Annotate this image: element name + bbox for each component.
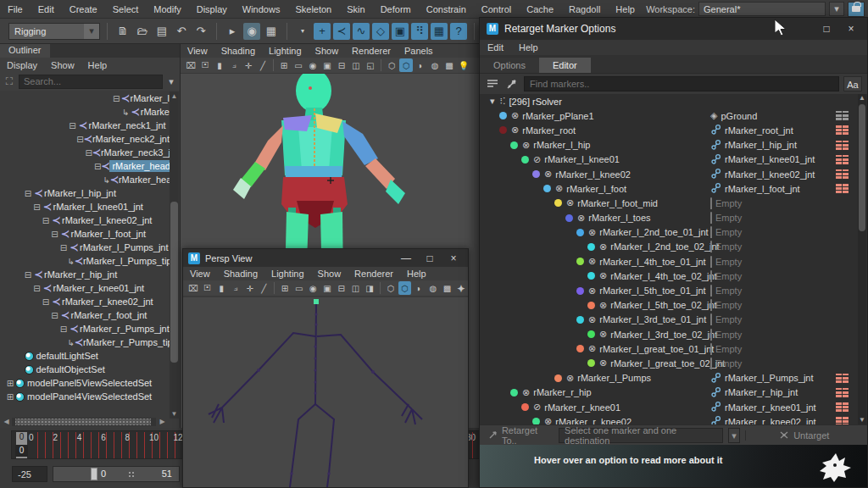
- outliner-tab[interactable]: Outliner: [0, 44, 50, 58]
- outliner-item[interactable]: ⊟≺rMarker_l_foot_jnt: [0, 227, 170, 241]
- outliner-item[interactable]: ⊟≺rMarker_head_jnt: [0, 159, 170, 173]
- expand-toggle-icon[interactable]: ⊟: [112, 94, 120, 103]
- range-start-field[interactable]: -25: [12, 466, 47, 482]
- outliner-vertical-scrollbar[interactable]: [170, 92, 179, 419]
- outliner-item[interactable]: ⊟≺rMarker_r_knee02_jnt: [0, 295, 170, 308]
- outliner-item[interactable]: ↳≺rMarker_r_Pumps_tip: [0, 336, 170, 349]
- outliner-menu-show[interactable]: Show: [44, 60, 81, 70]
- pencil-icon[interactable]: ╱: [257, 281, 270, 295]
- outliner-item[interactable]: ⊟≺rMarker_neck1_jnt: [0, 119, 170, 132]
- open-scene-icon[interactable]: 🗁: [134, 23, 151, 40]
- outliner-item[interactable]: defaultLightSet: [0, 349, 170, 363]
- expand-toggle-icon[interactable]: ⊟: [41, 216, 51, 225]
- camera-attrs-icon[interactable]: 🞔: [198, 58, 212, 72]
- expand-toggle-icon[interactable]: ⊟: [23, 270, 33, 280]
- textured-icon[interactable]: ◗: [414, 58, 427, 72]
- 2d-pan-icon[interactable]: ✛: [242, 58, 255, 72]
- persp-view-window[interactable]: M Persp View — □ × ViewShadingLightingSh…: [182, 248, 469, 488]
- expand-toggle-icon[interactable]: ⊟: [58, 324, 69, 334]
- marker-row[interactable]: ▾⁝⁚ [296] rSolver: [480, 94, 867, 108]
- expand-toggle-icon[interactable]: ⊟: [23, 189, 33, 198]
- menu-skeleton[interactable]: Skeleton: [287, 4, 339, 14]
- grid-toggle-icon[interactable]: ⊞: [277, 58, 291, 72]
- persp-menu-renderer[interactable]: Renderer: [348, 269, 400, 279]
- workspace-lock-button[interactable]: [848, 2, 865, 17]
- marker-row[interactable]: ⊗ rMarker_l_4th_toe_02_jnt Empty: [480, 269, 867, 283]
- camera-attrs-icon[interactable]: 🞔: [201, 281, 214, 295]
- tree-branch-arrow[interactable]: ↳: [68, 338, 75, 347]
- bookmark-icon[interactable]: ▮: [214, 281, 228, 295]
- scale-tool-icon[interactable]: ◇: [372, 23, 389, 40]
- combo-dropdown-arrow[interactable]: ▾: [728, 428, 741, 443]
- outliner-item[interactable]: ⊟≺rMarker_r_foot_jnt: [0, 308, 170, 322]
- outliner-search-input[interactable]: [19, 75, 163, 89]
- marker-row[interactable]: ⊗ rMarker_l_hip rMarker_l_hip_jnt: [480, 138, 867, 152]
- viewport-menu-panels[interactable]: Panels: [398, 46, 440, 56]
- marker-row[interactable]: ⊗ rMarker_l_foot rMarker_l_foot_jnt: [480, 181, 867, 196]
- expand-toggle-icon[interactable]: ⊟: [32, 202, 42, 212]
- ao-icon[interactable]: 💡: [457, 58, 470, 72]
- range-handle[interactable]: [91, 468, 97, 480]
- outliner-item[interactable]: ⊟≺rMarker_neck3_jnt: [0, 146, 170, 159]
- dialog-scroll-down-icon[interactable]: ▼: [858, 416, 866, 424]
- attribute-grid-icon[interactable]: [836, 169, 849, 179]
- expand-toggle-icon[interactable]: ⊟: [58, 243, 69, 252]
- outliner-item[interactable]: ⊟≺rMarker_l_knee02_jnt: [0, 214, 170, 227]
- viewport-menu-shading[interactable]: Shading: [214, 46, 262, 56]
- attribute-grid-icon[interactable]: [836, 374, 849, 383]
- safe-title-icon[interactable]: ◨: [363, 281, 376, 295]
- film-gate-icon[interactable]: ▭: [292, 281, 306, 295]
- expand-toggle-icon[interactable]: ⊟: [50, 311, 60, 320]
- outliner-scroll-down-icon[interactable]: ▼: [170, 409, 179, 419]
- dialog-title-bar[interactable]: M Retarget Marker Options □ ×: [480, 18, 867, 40]
- menu-deform[interactable]: Deform: [373, 4, 419, 14]
- dialog-tab-editor[interactable]: Editor: [539, 58, 591, 73]
- dialog-maximize-button[interactable]: □: [817, 23, 836, 35]
- marker-row[interactable]: ⊗ rMarker_l_5th_toe_02_jnt Empty: [480, 298, 867, 313]
- match-case-button[interactable]: Aa: [843, 76, 862, 92]
- tool-options-arrow-icon[interactable]: ▾: [294, 23, 311, 40]
- workspace-dropdown-arrow[interactable]: ▾: [829, 2, 844, 16]
- undo-icon[interactable]: ↶: [173, 23, 190, 40]
- outliner-menu-display[interactable]: Display: [0, 60, 44, 70]
- menu-file[interactable]: File: [0, 4, 31, 14]
- menu-windows[interactable]: Windows: [235, 4, 288, 14]
- destination-combo[interactable]: Select one marker and one destination: [559, 428, 723, 443]
- marker-row[interactable]: ⊗ rMarker_l_2nd_toe_02_jnt Empty: [480, 240, 867, 254]
- help-tool-icon[interactable]: ?: [450, 23, 467, 40]
- redo-icon[interactable]: ↷: [192, 23, 209, 40]
- menu-control[interactable]: Control: [474, 4, 519, 14]
- resolution-gate-icon[interactable]: ◉: [306, 58, 320, 72]
- outliner-menu-help[interactable]: Help: [81, 60, 114, 70]
- gate-mask-icon[interactable]: ▣: [320, 281, 334, 295]
- persp-title-bar[interactable]: M Persp View — □ ×: [183, 249, 468, 267]
- expand-toggle-icon[interactable]: ⊟: [76, 135, 84, 144]
- menu-select[interactable]: Select: [105, 4, 147, 14]
- persp-close-button[interactable]: ×: [444, 252, 463, 264]
- expand-toggle-icon[interactable]: ⊟: [50, 230, 60, 239]
- outliner-search-dropdown-icon[interactable]: ▾: [165, 76, 177, 87]
- outliner-item[interactable]: ⊟≺rMarker_neck2_jnt: [0, 132, 170, 146]
- menu-help[interactable]: Help: [608, 4, 643, 14]
- outliner-scroll-right-icon[interactable]: ▶: [158, 418, 167, 426]
- persp-menu-show[interactable]: Show: [311, 269, 348, 279]
- outliner-item[interactable]: ⊞modelPanel4ViewSelectedSet: [0, 390, 170, 403]
- menu-display[interactable]: Display: [189, 4, 235, 14]
- marker-row[interactable]: ⊗ rMarker_l_3rd_toe_01_jnt Empty: [480, 313, 867, 327]
- marker-row[interactable]: ⊗ rMarker_l_5th_toe_01_jnt Empty: [480, 283, 867, 297]
- marker-row[interactable]: ⊗ rMarker_r_knee02 rMarker_r_knee02_jnt: [480, 414, 867, 424]
- outliner-item[interactable]: ↳≺rMarker_l_Pumps_tip: [0, 254, 170, 268]
- marker-row[interactable]: ⊘ rMarker_l_knee01 rMarker_l_knee01_jnt: [480, 152, 867, 167]
- current-time-field[interactable]: 0: [15, 445, 28, 457]
- use-all-lights-icon[interactable]: ◍: [428, 58, 442, 72]
- hierarchy-select-icon[interactable]: [504, 76, 520, 92]
- save-scene-icon[interactable]: ▤: [153, 23, 170, 40]
- camera-icon[interactable]: ⌧: [184, 58, 198, 72]
- attribute-grid-icon[interactable]: [836, 141, 849, 150]
- outliner-horizontal-scrollbar[interactable]: [12, 418, 156, 426]
- marker-row[interactable]: ⊗ rMarker_l_toes Empty: [480, 211, 867, 225]
- menu-modify[interactable]: Modify: [146, 4, 188, 14]
- camera-icon[interactable]: ⌧: [186, 281, 200, 295]
- viewport-menu-show[interactable]: Show: [309, 46, 346, 56]
- bookmark-icon[interactable]: ▮: [213, 58, 226, 72]
